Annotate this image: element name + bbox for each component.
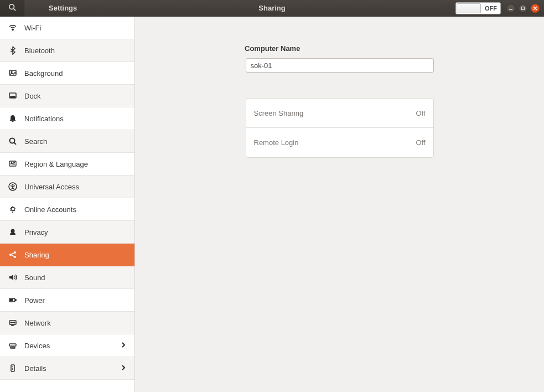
svg-point-6 — [12, 29, 13, 30]
sidebar-item-label: Details — [24, 364, 120, 373]
bluetooth-icon — [8, 45, 18, 55]
search-icon — [8, 3, 16, 13]
option-name: Remote Login — [254, 138, 299, 147]
sharing-master-toggle[interactable]: OFF — [455, 2, 501, 14]
sidebar-item-notifications[interactable]: Notifications — [0, 107, 134, 130]
maximize-button[interactable] — [519, 4, 527, 13]
sidebar-item-dock[interactable]: Dock — [0, 85, 134, 107]
sharing-options-list: Screen SharingOffRemote LoginOff — [246, 98, 434, 158]
search-button[interactable] — [0, 0, 24, 17]
computer-name-label: Computer Name — [245, 44, 300, 53]
details-icon — [8, 363, 18, 373]
option-status: Off — [416, 138, 425, 147]
option-row-screen-sharing[interactable]: Screen SharingOff — [246, 99, 433, 128]
svg-point-15 — [12, 184, 14, 185]
svg-rect-31 — [9, 344, 16, 346]
option-name: Screen Sharing — [254, 109, 304, 117]
svg-rect-35 — [12, 368, 13, 370]
sidebar-item-label: Wi-Fi — [24, 24, 127, 32]
svg-point-11 — [10, 138, 15, 143]
svg-rect-32 — [11, 347, 15, 348]
region-icon — [8, 159, 18, 169]
chevron-right-icon — [120, 342, 127, 350]
svg-rect-23 — [15, 300, 16, 301]
svg-line-20 — [12, 253, 14, 254]
sidebar-item-sharing[interactable]: Sharing — [0, 244, 134, 266]
svg-line-21 — [12, 255, 14, 256]
svg-rect-24 — [11, 300, 13, 301]
sidebar-item-label: Bluetooth — [24, 47, 127, 55]
sidebar-item-search[interactable]: Search — [0, 130, 134, 153]
sound-icon — [8, 272, 18, 282]
search-icon — [8, 136, 18, 146]
cloud-icon — [8, 204, 18, 214]
toggle-thumb — [457, 3, 481, 13]
sidebar-item-sound[interactable]: Sound — [0, 266, 134, 289]
sidebar-item-background[interactable]: Background — [0, 62, 134, 85]
sidebar-item-details[interactable]: Details — [0, 357, 134, 380]
sidebar-item-label: Notifications — [24, 115, 127, 123]
devices-icon — [8, 341, 18, 350]
svg-line-12 — [14, 143, 17, 145]
svg-point-18 — [14, 251, 16, 254]
window-controls — [506, 4, 540, 13]
sidebar-item-label: Devices — [24, 342, 120, 350]
svg-rect-10 — [11, 96, 15, 97]
dock-icon — [8, 91, 18, 101]
sidebar-item-label: Dock — [24, 92, 127, 100]
computer-name-input[interactable] — [246, 58, 434, 73]
sidebar-item-label: Background — [24, 69, 127, 78]
page-title: Sharing — [258, 4, 285, 12]
chevron-right-icon — [120, 364, 127, 373]
header-right: OFF — [455, 2, 540, 14]
minimize-button[interactable] — [506, 4, 515, 13]
sidebar-item-devices[interactable]: Devices — [0, 334, 134, 357]
close-button[interactable] — [531, 4, 540, 13]
sidebar-item-label: Search — [24, 137, 127, 146]
option-status: Off — [416, 109, 425, 117]
svg-line-1 — [13, 8, 15, 11]
sidebar-item-privacy[interactable]: Privacy — [0, 221, 134, 244]
network-icon — [8, 318, 18, 328]
sidebar-item-wi-fi[interactable]: Wi-Fi — [0, 17, 134, 39]
svg-point-16 — [11, 208, 14, 211]
sidebar-item-label: Region & Language — [24, 160, 127, 168]
accessibility-icon — [8, 182, 18, 192]
option-row-remote-login[interactable]: Remote LoginOff — [246, 128, 433, 157]
sidebar-item-label: Sound — [24, 274, 127, 282]
svg-point-34 — [12, 366, 13, 367]
wifi-icon — [8, 23, 18, 33]
svg-rect-13 — [9, 161, 16, 166]
svg-point-8 — [11, 71, 12, 73]
share-icon — [8, 250, 18, 260]
sidebar-item-label: Online Accounts — [24, 205, 127, 214]
background-icon — [8, 68, 18, 78]
sidebar-item-power[interactable]: Power — [0, 289, 134, 312]
bell-icon — [8, 114, 18, 123]
power-icon — [8, 295, 18, 305]
sidebar-item-label: Universal Access — [24, 183, 127, 191]
sidebar-item-region-language[interactable]: Region & Language — [0, 153, 134, 176]
sidebar-item-label: Power — [24, 296, 127, 305]
svg-point-19 — [14, 256, 16, 258]
toggle-label: OFF — [485, 5, 497, 12]
sidebar-item-universal-access[interactable]: Universal Access — [0, 176, 134, 198]
sidebar: Wi-FiBluetoothBackgroundDockNotification… — [0, 17, 135, 392]
sidebar-title: Settings — [49, 4, 77, 12]
svg-point-17 — [9, 254, 12, 256]
sidebar-item-online-accounts[interactable]: Online Accounts — [0, 198, 134, 221]
sidebar-item-bluetooth[interactable]: Bluetooth — [0, 39, 134, 62]
svg-point-0 — [9, 4, 14, 9]
svg-rect-3 — [522, 7, 525, 9]
sidebar-item-label: Privacy — [24, 228, 127, 236]
sidebar-item-network[interactable]: Network — [0, 312, 134, 334]
titlebar: Settings Sharing OFF — [0, 0, 544, 17]
privacy-icon — [8, 227, 18, 237]
sidebar-item-label: Network — [24, 319, 127, 327]
content: Wi-FiBluetoothBackgroundDockNotification… — [0, 17, 544, 392]
sidebar-item-label: Sharing — [24, 251, 127, 259]
main-panel: Computer Name Screen SharingOffRemote Lo… — [135, 17, 544, 392]
